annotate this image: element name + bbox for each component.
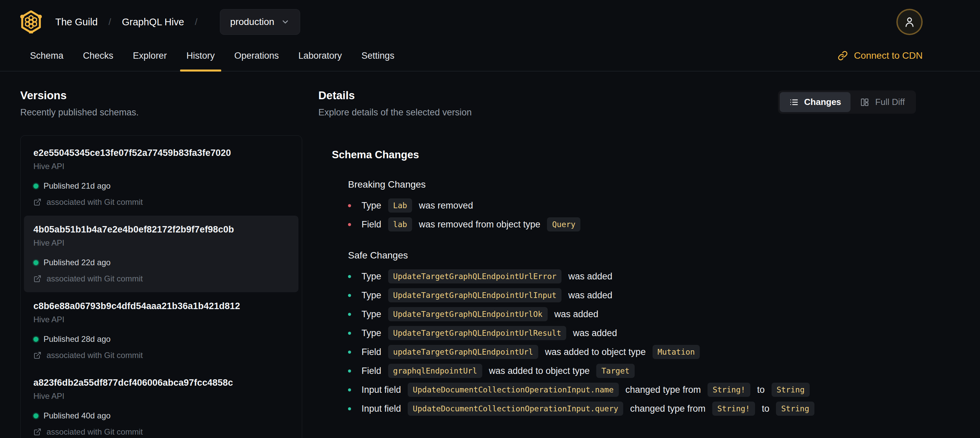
schema-changes-title: Schema Changes [332, 149, 916, 161]
tab-schema[interactable]: Schema [20, 40, 73, 71]
split-panels-icon [860, 97, 869, 107]
schema-coordinate-badge: Target [596, 364, 634, 378]
version-list-item[interactable]: 4b05ab51b1b4a7e2e4b0ef82172f2b9f7ef98c0b… [24, 216, 299, 292]
published-time-label: Published 40d ago [43, 411, 111, 420]
change-item: TypeUpdateTargetGraphQLEndpointUrlOkwas … [348, 307, 916, 322]
git-commit-label: associated with Git commit [46, 274, 143, 284]
target-select[interactable]: production [220, 9, 301, 35]
schema-coordinate-badge: String! [712, 401, 755, 416]
external-link-icon [33, 198, 41, 206]
published-time-label: Published 22d ago [43, 258, 111, 267]
tab-explorer[interactable]: Explorer [123, 40, 177, 71]
git-commit-link[interactable]: associated with Git commit [33, 274, 289, 284]
schema-coordinate-badge: updateTargetGraphQLEndpointUrl [388, 345, 538, 359]
version-service-name: Hive API [33, 162, 289, 171]
git-commit-link[interactable]: associated with Git commit [33, 350, 289, 360]
change-text: was removed from object type [419, 219, 540, 230]
change-item: TypeUpdateTargetGraphQLEndpointUrlInputw… [348, 288, 916, 303]
change-text: Type [361, 328, 382, 338]
tab-history[interactable]: History [177, 40, 224, 71]
change-text: Type [361, 309, 382, 320]
changes-view-button[interactable]: Changes [780, 92, 851, 112]
target-select-value: production [230, 16, 275, 27]
schema-coordinate-badge: UpdateTargetGraphQLEndpointUrlError [388, 269, 562, 284]
breaking-bullet-dot [348, 223, 351, 226]
chevron-down-icon [281, 18, 290, 26]
full-diff-view-button[interactable]: Full Diff [851, 92, 914, 112]
user-avatar[interactable] [896, 9, 923, 35]
schema-coordinate-badge: lab [388, 217, 412, 231]
schema-coordinate-badge: String! [708, 383, 750, 397]
target-nav: SchemaChecksExplorerHistoryOperationsLab… [0, 40, 980, 72]
versions-panel: Versions Recently published schemas. e2e… [20, 89, 302, 438]
schema-coordinate-badge: graphqlEndpointUrl [388, 364, 482, 378]
safe-bullet-dot [348, 389, 351, 392]
version-service-name: Hive API [33, 392, 289, 401]
version-service-name: Hive API [33, 315, 289, 324]
change-text: to [757, 385, 765, 395]
versions-title: Versions [20, 89, 302, 102]
version-list-item[interactable]: e2e55045345ce13fe07f52a77459b83fa3fe7020… [24, 139, 299, 216]
change-text: Type [361, 290, 382, 301]
change-text: changed type from [630, 404, 705, 414]
schema-coordinate-badge: Query [547, 217, 581, 231]
breadcrumb-org[interactable]: The Guild [55, 16, 98, 28]
version-hash: e2e55045345ce13fe07f52a77459b83fa3fe7020 [33, 148, 289, 158]
version-hash: 4b05ab51b1b4a7e2e4b0ef82172f2b9f7ef98c0b [33, 225, 289, 235]
version-list-item[interactable]: c8b6e88a06793b9c4dfd54aaa21b36a1b421d812… [24, 292, 299, 369]
schema-coordinate-badge: UpdateDocumentCollectionOperationInput.n… [408, 383, 619, 397]
safe-changes-title: Safe Changes [348, 250, 916, 261]
schema-coordinate-badge: String [772, 383, 810, 397]
published-time-label: Published 28d ago [43, 334, 111, 344]
change-text: Field [361, 219, 382, 230]
versions-list: e2e55045345ce13fe07f52a77459b83fa3fe7020… [20, 135, 302, 438]
list-icon [789, 97, 799, 107]
change-text: was added [573, 328, 617, 338]
schema-changes-section: Schema Changes Breaking ChangesTypeLabwa… [332, 149, 916, 416]
published-status-dot [33, 413, 38, 419]
schema-coordinate-badge: UpdateTargetGraphQLEndpointUrlResult [388, 326, 566, 340]
change-text: was added to object type [545, 347, 646, 357]
details-title: Details [318, 89, 472, 102]
git-commit-label: associated with Git commit [46, 427, 143, 436]
published-status-dot [33, 183, 38, 189]
external-link-icon [33, 351, 41, 359]
safe-bullet-dot [348, 313, 351, 316]
version-hash: c8b6e88a06793b9c4dfd54aaa21b36a1b421d812 [33, 301, 289, 311]
tab-laboratory[interactable]: Laboratory [289, 40, 352, 71]
git-commit-link[interactable]: associated with Git commit [33, 197, 289, 207]
change-text: Type [361, 271, 382, 282]
version-list-item[interactable]: a823f6db2a55df877dcf406006abca97fcc4858c… [24, 369, 299, 438]
link-icon [838, 51, 848, 61]
breaking-changes-title: Breaking Changes [348, 179, 916, 190]
tab-settings[interactable]: Settings [352, 40, 404, 71]
change-item: TypeUpdateTargetGraphQLEndpointUrlErrorw… [348, 269, 916, 284]
schema-coordinate-badge: UpdateTargetGraphQLEndpointUrlInput [388, 288, 562, 303]
safe-bullet-dot [348, 275, 351, 278]
tab-operations[interactable]: Operations [224, 40, 289, 71]
schema-coordinate-badge: Mutation [652, 345, 700, 359]
schema-coordinate-badge: UpdateDocumentCollectionOperationInput.q… [408, 401, 623, 416]
change-item: FieldgraphqlEndpointUrlwas added to obje… [348, 363, 916, 378]
safe-changes-group: Safe ChangesTypeUpdateTargetGraphQLEndpo… [348, 250, 916, 416]
breaking-bullet-dot [348, 204, 351, 207]
connect-to-cdn-label: Connect to CDN [854, 50, 923, 61]
external-link-icon [33, 428, 41, 436]
connect-to-cdn-button[interactable]: Connect to CDN [838, 50, 923, 61]
git-commit-link[interactable]: associated with Git commit [33, 427, 289, 436]
change-text: Field [361, 366, 382, 376]
change-text: Field [361, 347, 382, 357]
changes-view-label: Changes [804, 97, 842, 107]
change-text: to [762, 404, 770, 414]
app-header: The Guild / GraphQL Hive / production [0, 0, 980, 40]
details-panel: Details Explore details of the selected … [318, 89, 916, 438]
git-commit-label: associated with Git commit [46, 197, 143, 207]
git-commit-label: associated with Git commit [46, 350, 143, 360]
hive-logo-icon[interactable] [20, 10, 42, 33]
view-toggle: Changes Full Diff [778, 91, 916, 114]
versions-subtitle: Recently published schemas. [20, 107, 302, 118]
breadcrumb-project[interactable]: GraphQL Hive [122, 16, 184, 28]
tab-checks[interactable]: Checks [73, 40, 123, 71]
full-diff-view-label: Full Diff [875, 97, 905, 107]
change-text: changed type from [625, 385, 701, 395]
